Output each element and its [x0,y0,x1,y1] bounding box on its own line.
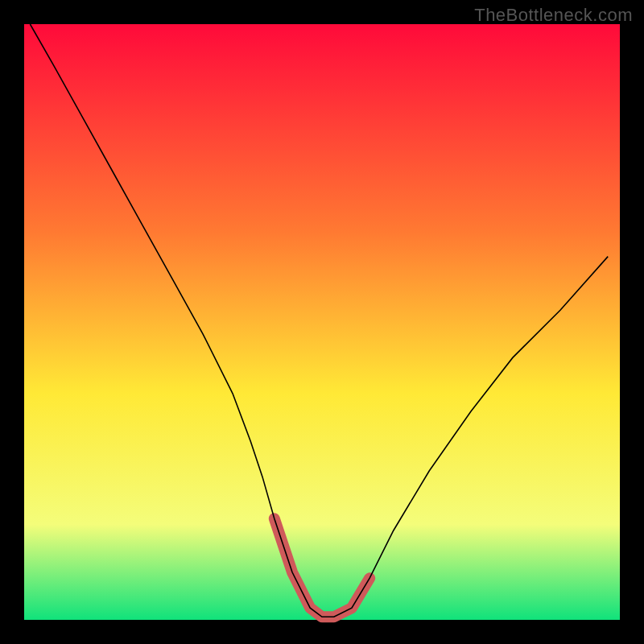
plot-background [24,24,620,620]
chart-svg [0,0,644,644]
watermark-text: TheBottleneck.com [474,5,633,26]
chart-container: TheBottleneck.com [0,0,644,644]
